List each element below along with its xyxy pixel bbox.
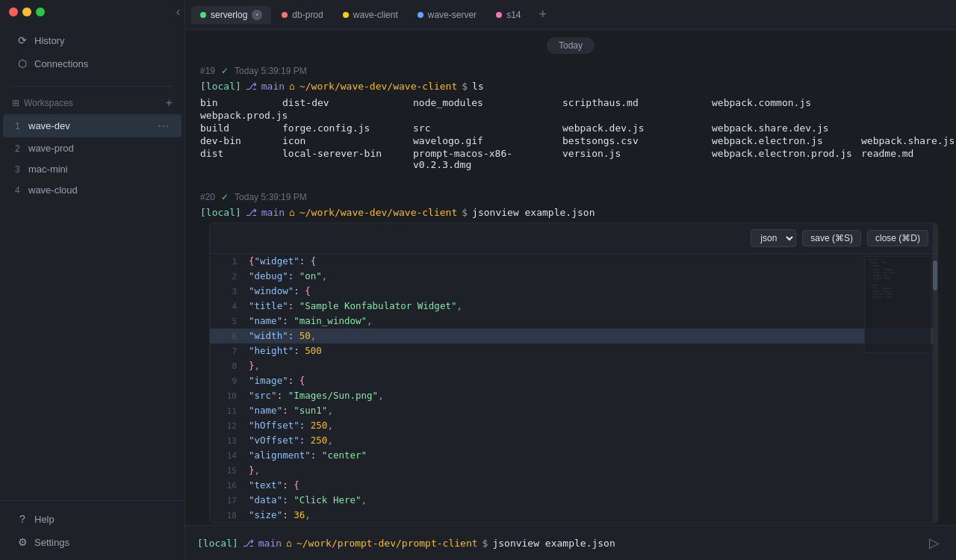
ls-item: dist — [200, 147, 282, 171]
connections-label: Connections — [34, 58, 88, 69]
add-workspace-button[interactable]: + — [166, 97, 173, 109]
workspace-name: wave-cloud — [28, 184, 78, 196]
ls-item: bin — [200, 96, 282, 109]
tab-wave-client[interactable]: wave-client — [334, 6, 407, 24]
json-line: 1{"widget": { — [210, 254, 937, 269]
command-block-20: #20 ✓ Today 5:39:19 PM [local] ⎇ main ⌂ … — [185, 187, 956, 525]
tab-dot-db-prod — [282, 12, 288, 18]
tab-serverlog[interactable]: serverlog • — [191, 6, 271, 24]
workspace-more-icon[interactable]: ⋯ — [158, 119, 170, 133]
cmd-time-19: Today 5:39:19 PM — [235, 66, 307, 76]
line-number: 4 — [216, 300, 237, 314]
line-number: 16 — [216, 479, 237, 493]
line-number: 10 — [216, 390, 237, 403]
sidebar-bottom: ? Help ⚙ Settings — [0, 500, 184, 560]
tab-dot-wave-client — [343, 12, 349, 18]
branch-icon-19: ⎇ — [246, 81, 257, 92]
ls-item: webpack.dev.js — [562, 122, 712, 134]
workspace-name: wave-dev — [28, 120, 70, 131]
cmd-header-20: #20 ✓ Today 5:39:19 PM — [200, 187, 947, 205]
json-line: 12 "hOffset": 250, — [210, 418, 937, 433]
json-close-button[interactable]: close (⌘D) — [867, 230, 928, 246]
ls-item: dist-dev — [282, 96, 413, 109]
json-line: 8 }, — [210, 358, 937, 373]
ls-item: webpack.share.js — [861, 134, 956, 147]
json-line: 16 "text": { — [210, 478, 937, 493]
sidebar-item-help[interactable]: ? Help — [4, 508, 180, 530]
window-close-dot[interactable] — [9, 7, 18, 16]
line-number: 1 — [216, 255, 237, 269]
json-scrollbar-track[interactable] — [933, 223, 937, 523]
ls-item: icon — [282, 134, 413, 147]
window-maximize-dot[interactable] — [36, 7, 45, 16]
ls-item: webpack.electron.js — [712, 134, 861, 147]
line-content: "vOffset": 250, — [249, 433, 333, 448]
cmd-num-19: #19 — [200, 66, 215, 76]
line-content: "name": "sun1", — [249, 403, 333, 418]
tab-wave-server[interactable]: wave-server — [409, 6, 485, 24]
workspace-item-wave-dev[interactable]: 1 wave-dev ⋯ — [3, 114, 181, 137]
bottom-input[interactable]: jsonview example.json — [492, 538, 925, 549]
ls-item: src — [413, 122, 562, 134]
sidebar-item-history[interactable]: ⟳ History — [4, 29, 180, 52]
command-block-19: #19 ✓ Today 5:39:19 PM [local] ⎇ main ⌂ … — [185, 61, 956, 187]
history-label: History — [34, 35, 64, 46]
sidebar-item-connections[interactable]: ⬡ Connections — [4, 52, 180, 75]
ls-item: webpack.common.js — [712, 96, 861, 109]
json-toolbar: json raw save (⌘S) close (⌘D) — [210, 223, 937, 254]
main-area: serverlog • db-prod wave-client wave-ser… — [185, 0, 956, 560]
json-save-button[interactable]: save (⌘S) — [802, 230, 861, 246]
tab-db-prod[interactable]: db-prod — [273, 6, 332, 24]
json-viewer-block: json raw save (⌘S) close (⌘D) 1{"widget"… — [209, 223, 938, 523]
workspaces-label: Workspaces — [24, 98, 73, 108]
sidebar-item-settings[interactable]: ⚙ Settings — [4, 531, 180, 553]
line-content: "title": "Sample Konfabulator Widget", — [249, 299, 462, 314]
line-content: "image": { — [249, 373, 305, 388]
today-badge: Today — [547, 37, 595, 54]
json-format-select[interactable]: json raw — [751, 229, 796, 247]
line-content: }, — [249, 463, 260, 478]
tabs-bar: serverlog • db-prod wave-client wave-ser… — [185, 0, 956, 30]
bottom-prompt: [local] ⎇ main ⌂ ~/work/prompt-dev/promp… — [197, 538, 925, 549]
ls-item: build — [200, 122, 282, 134]
ls-item: forge.config.js — [282, 122, 413, 134]
window-minimize-dot[interactable] — [22, 7, 31, 16]
prompt-line-19: [local] ⎇ main ⌂ ~/work/wave-dev/wave-cl… — [200, 79, 941, 96]
ls-item: local-serever-bin — [282, 147, 413, 171]
ls-item: dev-bin — [200, 134, 282, 147]
cmd-header-19: #19 ✓ Today 5:39:19 PM — [200, 61, 941, 79]
line-number: 15 — [216, 464, 237, 478]
line-content: "width": 50, — [249, 329, 316, 343]
tab-label-db-prod: db-prod — [292, 10, 323, 20]
json-line: 7 "height": 500 — [210, 343, 937, 358]
bottom-branch-icon: ⎇ — [243, 538, 254, 549]
json-line: 13 "vOffset": 250, — [210, 433, 937, 448]
workspace-item-wave-cloud[interactable]: 4 wave-cloud — [3, 180, 181, 200]
prompt-dollar-20: $ — [462, 207, 468, 218]
workspace-item-mac-mini[interactable]: 3 mac-mini — [3, 159, 181, 179]
terminal-content[interactable]: Today #19 ✓ Today 5:39:19 PM [local] ⎇ m… — [185, 30, 956, 525]
tab-s14[interactable]: s14 — [487, 6, 530, 24]
tab-dot-wave-server — [418, 12, 423, 18]
branch-icon-20: ⎇ — [246, 207, 257, 218]
tab-dot-serverlog — [200, 12, 206, 18]
line-content: "debug": "on", — [249, 269, 327, 284]
json-viewer[interactable]: 1{"widget": {2 "debug": "on",3 "window":… — [210, 254, 937, 523]
workspace-name: mac-mini — [28, 164, 68, 175]
workspace-item-wave-prod[interactable]: 2 wave-prod — [3, 138, 181, 158]
ls-output-19: bin dist-dev node_modules scripthaus.md … — [200, 96, 941, 187]
line-number: 6 — [216, 330, 237, 343]
bottom-bar: [local] ⎇ main ⌂ ~/work/prompt-dev/promp… — [185, 525, 956, 560]
line-content: "name": "main_window", — [249, 314, 373, 329]
json-scrollbar-thumb[interactable] — [933, 261, 937, 290]
history-icon: ⟳ — [16, 34, 28, 46]
workspaces-grid-icon: ⊞ — [12, 98, 19, 108]
collapse-sidebar-button[interactable]: ‹ — [172, 4, 184, 20]
send-button[interactable]: ▷ — [925, 533, 944, 553]
add-tab-button[interactable]: + — [534, 5, 551, 24]
bottom-prompt-path: ~/work/prompt-dev/prompt-client — [297, 538, 478, 549]
prompt-cmd-20: jsonview example.json — [472, 207, 595, 218]
tab-label-wave-server: wave-server — [428, 10, 477, 20]
bottom-prompt-branch: main — [258, 538, 282, 549]
sidebar-nav: ⟳ History ⬡ Connections — [0, 24, 184, 80]
